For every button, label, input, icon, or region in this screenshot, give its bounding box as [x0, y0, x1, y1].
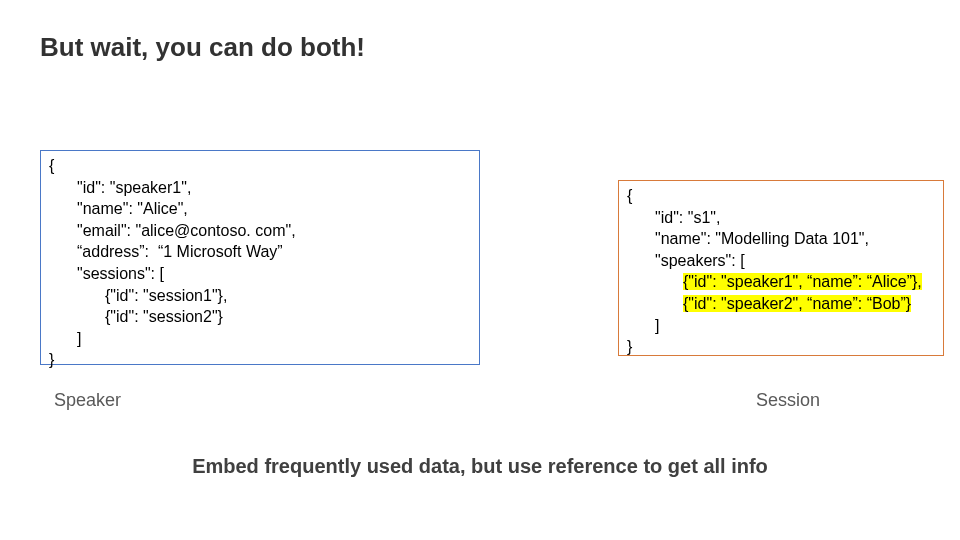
- speaker-caption: Speaker: [54, 390, 121, 411]
- code-line: }: [627, 336, 937, 358]
- code-line: {: [627, 185, 937, 207]
- code-line: "name": "Alice",: [49, 198, 473, 220]
- code-line-highlight: {"id": "speaker2", “name”: “Bob”}: [627, 293, 937, 315]
- session-caption: Session: [756, 390, 820, 411]
- code-line: "name": "Modelling Data 101",: [627, 228, 937, 250]
- code-line: "id": "s1",: [627, 207, 937, 229]
- code-line: "sessions": [: [49, 263, 473, 285]
- code-line: "speakers": [: [627, 250, 937, 272]
- code-line: "email": "alice@contoso. com",: [49, 220, 473, 242]
- slide-title: But wait, you can do both!: [40, 32, 365, 63]
- highlight: {"id": "speaker1", “name”: “Alice”},: [683, 273, 922, 290]
- session-json-box: { "id": "s1", "name": "Modelling Data 10…: [618, 180, 944, 356]
- code-line: ]: [627, 315, 937, 337]
- code-line: “address”: “1 Microsoft Way”: [49, 241, 473, 263]
- code-line: "id": "speaker1",: [49, 177, 473, 199]
- code-line: ]: [49, 328, 473, 350]
- footer-text: Embed frequently used data, but use refe…: [0, 455, 960, 478]
- code-line: {"id": "session1"},: [49, 285, 473, 307]
- code-line-highlight: {"id": "speaker1", “name”: “Alice”},: [627, 271, 937, 293]
- code-line: }: [49, 349, 473, 371]
- highlight: {"id": "speaker2", “name”: “Bob”}: [683, 295, 911, 312]
- code-line: {: [49, 155, 473, 177]
- speaker-json-box: { "id": "speaker1", "name": "Alice", "em…: [40, 150, 480, 365]
- code-line: {"id": "session2"}: [49, 306, 473, 328]
